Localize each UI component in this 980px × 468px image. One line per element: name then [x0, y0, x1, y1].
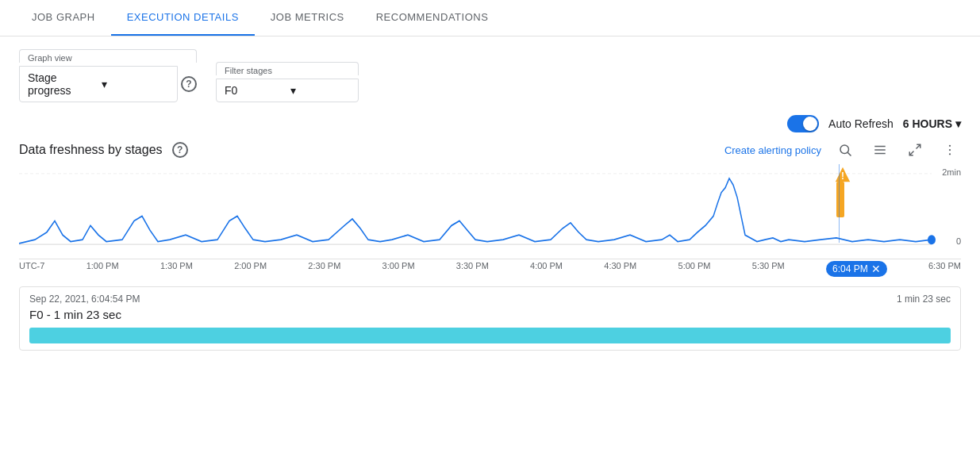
x-label-604pm: 6:04 PM ✕ — [826, 261, 887, 277]
chart-search-icon[interactable] — [834, 139, 856, 161]
x-label-330pm: 3:30 PM — [456, 261, 489, 277]
x-label-2pm: 2:00 PM — [234, 261, 267, 277]
svg-point-12 — [928, 235, 936, 244]
hours-selector[interactable]: 6 HOURS ▾ — [903, 117, 961, 130]
warning-icon: ! — [834, 166, 851, 183]
chart-title: Data freshness by stages — [19, 143, 163, 157]
chart-help-icon[interactable]: ? — [172, 142, 188, 158]
chart-title-group: Data freshness by stages ? — [19, 142, 188, 158]
chart-y-min-label: 0 — [956, 236, 961, 246]
chart-more-icon[interactable] — [939, 139, 961, 161]
hours-chevron-icon: ▾ — [955, 117, 961, 130]
x-label-5pm: 5:00 PM — [678, 261, 711, 277]
x-label-1pm: 1:00 PM — [86, 261, 119, 277]
auto-refresh-row: Auto Refresh 6 HOURS ▾ — [0, 115, 980, 139]
detail-stage-label: F0 - 1 min 23 sec — [29, 308, 951, 321]
tab-job-graph[interactable]: JOB GRAPH — [16, 0, 111, 36]
time-chip-close-icon[interactable]: ✕ — [871, 263, 881, 275]
svg-point-9 — [949, 153, 951, 155]
svg-line-5 — [917, 144, 920, 148]
detail-timestamp: Sep 22, 2021, 6:04:54 PM — [29, 293, 140, 305]
x-label-530pm: 5:30 PM — [752, 261, 785, 277]
svg-line-6 — [909, 152, 913, 155]
create-alert-link[interactable]: Create alerting policy — [724, 144, 821, 156]
filter-stages-label: Filter stages — [216, 62, 359, 75]
x-axis-row: UTC-7 1:00 PM 1:30 PM 2:00 PM 2:30 PM 3:… — [19, 259, 961, 278]
svg-point-8 — [949, 149, 951, 151]
graph-view-group: Graph view Stage progress ▾ ? — [19, 49, 197, 102]
auto-refresh-toggle[interactable] — [787, 115, 819, 132]
svg-line-1 — [847, 152, 851, 155]
chart-y-max-label: 2min — [942, 167, 961, 177]
chart-container: 2min 0 ! — [19, 164, 961, 259]
x-label-630pm: 6:30 PM — [928, 261, 961, 277]
tab-recommendations[interactable]: RECOMMENDATIONS — [360, 0, 505, 36]
x-label-3pm: 3:00 PM — [382, 261, 415, 277]
toggle-knob — [803, 117, 817, 131]
tabs-bar: JOB GRAPH EXECUTION DETAILS JOB METRICS … — [0, 0, 980, 36]
chart-legend-icon[interactable] — [869, 139, 891, 161]
auto-refresh-label: Auto Refresh — [828, 117, 894, 130]
x-label-4pm: 4:00 PM — [530, 261, 563, 277]
svg-point-0 — [840, 145, 849, 154]
filter-stages-select[interactable]: F0 ▾ — [216, 79, 359, 102]
graph-view-help-icon[interactable]: ? — [181, 76, 197, 92]
detail-duration-right: 1 min 23 sec — [897, 293, 951, 305]
detail-header: Sep 22, 2021, 6:04:54 PM 1 min 23 sec — [29, 293, 951, 305]
x-label-utc: UTC-7 — [19, 261, 44, 277]
filter-stages-value: F0 — [225, 84, 284, 97]
chart-actions: Create alerting policy — [724, 139, 961, 161]
graph-view-select[interactable]: Stage progress ▾ — [19, 66, 178, 102]
svg-text:!: ! — [841, 171, 844, 182]
x-label-230pm: 2:30 PM — [308, 261, 340, 277]
detail-section: Sep 22, 2021, 6:04:54 PM 1 min 23 sec F0… — [19, 286, 961, 351]
tab-execution-details[interactable]: EXECUTION DETAILS — [111, 0, 255, 36]
chart-section: Data freshness by stages ? Create alerti… — [0, 139, 980, 278]
selected-time-value: 6:04 PM — [832, 263, 868, 274]
chart-fullscreen-icon[interactable] — [904, 139, 926, 161]
graph-view-value: Stage progress — [28, 71, 95, 97]
x-label-130pm: 1:30 PM — [160, 261, 193, 277]
svg-point-7 — [949, 145, 951, 147]
x-label-430pm: 4:30 PM — [604, 261, 636, 277]
filter-stages-group: Filter stages F0 ▾ — [216, 62, 359, 102]
graph-view-label: Graph view — [19, 49, 197, 63]
selected-time-chip[interactable]: 6:04 PM ✕ — [826, 261, 887, 277]
chevron-down-icon: ▾ — [102, 78, 169, 90]
controls-row: Graph view Stage progress ▾ ? Filter sta… — [0, 36, 980, 115]
chart-svg — [19, 164, 961, 259]
chevron-down-icon: ▾ — [290, 84, 350, 97]
tab-job-metrics[interactable]: JOB METRICS — [255, 0, 360, 36]
hours-value: 6 HOURS — [903, 117, 952, 130]
chart-header: Data freshness by stages ? Create alerti… — [19, 139, 961, 161]
progress-bar — [29, 328, 951, 343]
orange-bar — [836, 182, 844, 217]
